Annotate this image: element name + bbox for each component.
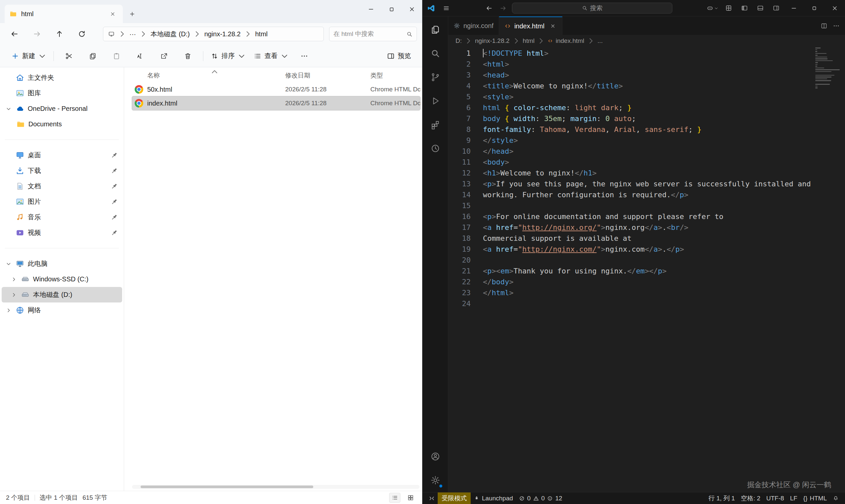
code-line[interactable]: 17<a href="http://nginx.org/">nginx.org<… [448,222,845,233]
sidebar-item-desktop[interactable]: 桌面 [2,147,122,163]
settings-button[interactable] [423,468,448,492]
search-box[interactable] [329,27,417,41]
code-line[interactable]: 21<p><em>Thank you for using nginx.</em>… [448,266,845,276]
code-line[interactable]: 2<html> [448,59,845,70]
more-options-button[interactable] [296,48,313,64]
breadcrumb-item[interactable]: html [255,30,268,38]
minimize-button[interactable] [784,0,804,17]
breadcrumb-item[interactable]: D: [456,37,462,44]
code-line[interactable]: 5<style> [448,91,845,102]
column-header-type[interactable]: 类型 [370,69,422,83]
sidebar-item-network[interactable]: 网络 [2,303,122,318]
back-button[interactable] [5,26,24,42]
close-button[interactable] [402,0,422,18]
code-line[interactable]: 12<h1>Welcome to nginx!</h1> [448,167,845,178]
maximize-button[interactable] [804,0,825,17]
code-line[interactable]: 11<body> [448,157,845,167]
code-line[interactable]: 8font-family: Tahoma, Verdana, Arial, sa… [448,124,845,135]
sidebar-item-documents-onedrive[interactable]: Documents [2,116,122,132]
go-forward-button[interactable] [497,3,509,14]
explorer-tab[interactable]: html [5,5,123,23]
code-line[interactable]: 19<a href="http://nginx.com/">nginx.com<… [448,244,845,255]
breadcrumb-item[interactable]: 本地磁盘 (D:) [151,30,190,39]
column-header-date[interactable]: 修改日期 [285,69,367,83]
problems-item[interactable]: 0 0 12 [516,492,565,504]
breadcrumb-overflow[interactable]: ··· [129,30,136,38]
code-line[interactable]: 18Commercial support is available at [448,233,845,244]
language-mode[interactable]: {} HTML [800,492,830,504]
command-center-search[interactable]: 搜索 [512,3,672,14]
toggle-panel-button[interactable] [755,3,766,14]
code-line[interactable]: 14working. Further configuration is requ… [448,189,845,200]
remote-indicator[interactable] [426,492,438,504]
go-back-button[interactable] [483,3,495,14]
maximize-button[interactable] [381,0,402,18]
sidebar-item-home[interactable]: 主文件夹 [2,70,122,86]
file-row-50x[interactable]: 50x.html 2026/2/5 11:28 Chrome HTML Doc.… [132,83,420,96]
sidebar-item-downloads[interactable]: 下载 [2,163,122,178]
search-view-button[interactable] [423,41,448,65]
code-line[interactable]: 20 [448,255,845,266]
column-header-name[interactable]: 名称 [147,69,282,83]
up-button[interactable] [50,26,69,42]
copilot-button[interactable] [706,3,718,14]
sort-button[interactable]: 排序 [207,48,249,64]
code-line[interactable]: 7body { width: 35em; margin: 0 auto; [448,113,845,124]
sidebar-item-gallery[interactable]: 图库 [2,86,122,101]
code-line[interactable]: 24 [448,298,845,309]
code-line[interactable]: 6html { color-scheme: light dark; } [448,102,845,113]
rename-button[interactable] [132,48,148,64]
code-line[interactable]: 13<p>If you see this page, the nginx web… [448,178,845,189]
source-control-button[interactable] [423,65,448,89]
view-button[interactable]: 查看 [249,48,293,64]
sidebar-item-pictures[interactable]: 图片 [2,194,122,210]
sidebar-item-drive-d[interactable]: 本地磁盘 (D:) [2,287,122,303]
launchpad-item[interactable]: Launchpad [471,492,516,504]
new-tab-button[interactable] [125,6,139,21]
sidebar-item-music[interactable]: 音乐 [2,210,122,225]
editor[interactable]: 1<!DOCTYPE html>2<html>3<head>4<title>We… [448,47,845,492]
editor-more-actions-button[interactable] [833,22,840,29]
large-icons-view-button[interactable] [405,493,416,503]
refresh-button[interactable] [73,26,91,42]
delete-button[interactable] [179,48,196,64]
address-bar[interactable]: ··· 本地磁盘 (D:) nginx-1.28.2 html [103,27,324,41]
eol[interactable]: LF [787,492,800,504]
run-debug-button[interactable] [423,89,448,113]
tab-nginx-conf[interactable]: nginx.conf [448,17,499,35]
horizontal-scrollbar[interactable] [132,485,420,489]
paste-button[interactable] [108,48,125,64]
sidebar-item-videos[interactable]: 视频 [2,225,122,240]
sidebar-item-this-pc[interactable]: 此电脑 [2,256,122,271]
minimap[interactable] [813,48,842,92]
accounts-button[interactable] [423,445,448,468]
extensions-button[interactable] [423,113,448,137]
restricted-mode-badge[interactable]: 受限模式 [438,492,471,504]
code-line[interactable]: 22</body> [448,276,845,287]
search-input[interactable] [333,30,404,38]
file-row-index[interactable]: index.html 2026/2/5 11:28 Chrome HTML Do… [132,96,420,110]
encoding[interactable]: UTF-8 [763,492,787,504]
share-button[interactable] [156,48,172,64]
code-line[interactable]: 9</style> [448,135,845,146]
breadcrumb-item[interactable]: nginx-1.28.2 [475,37,510,44]
preview-button[interactable]: 预览 [383,48,415,64]
extension-view-button[interactable] [423,137,448,160]
scrollbar-thumb[interactable] [141,486,313,488]
toggle-sidebar-button[interactable] [739,3,750,14]
code-line[interactable]: 1<!DOCTYPE html> [448,48,845,59]
tab-close-button[interactable] [107,8,118,19]
breadcrumb-item[interactable]: index.html [556,37,584,44]
tab-index-html[interactable]: index.html [499,17,562,35]
split-editor-button[interactable] [821,22,828,29]
toggle-secondary-sidebar-button[interactable] [770,3,781,14]
code-line[interactable]: 3<head> [448,70,845,80]
forward-button[interactable] [28,26,46,42]
close-button[interactable] [825,0,845,17]
copy-button[interactable] [85,48,101,64]
code-line[interactable]: 4<title>Welcome to nginx!</title> [448,80,845,91]
tab-close-button[interactable] [549,22,557,30]
code-line[interactable]: 10</head> [448,146,845,157]
code-line[interactable]: 15 [448,200,845,211]
explorer-view-button[interactable] [423,18,448,41]
